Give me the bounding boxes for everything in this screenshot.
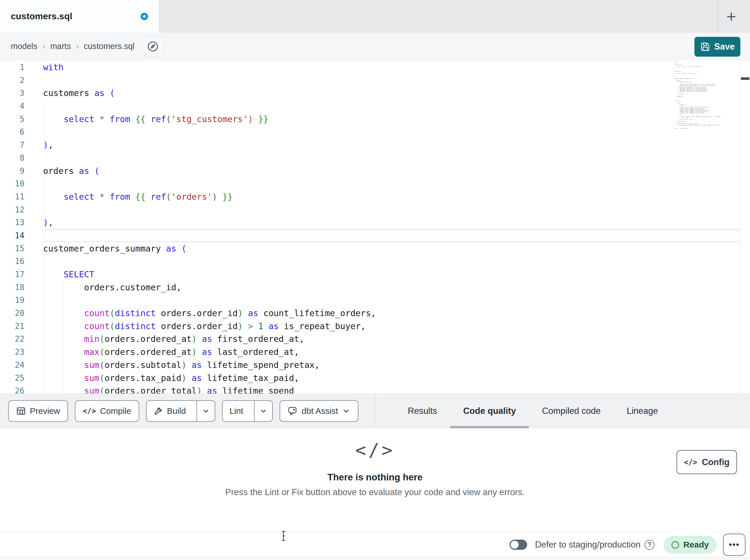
wrench-icon <box>153 406 163 416</box>
code-text <box>24 74 43 87</box>
defer-label: Defer to staging/production <box>535 540 640 550</box>
navigate-button[interactable] <box>143 37 163 56</box>
code-text: customers as ( <box>24 87 115 100</box>
config-label: Config <box>702 457 730 468</box>
config-button[interactable]: </> Config <box>676 450 737 474</box>
lint-dropdown-button[interactable] <box>254 401 272 421</box>
line-number[interactable]: 3 <box>0 87 24 100</box>
code-text <box>24 100 43 113</box>
line-number[interactable]: 20 <box>0 307 24 320</box>
code-line-19[interactable]: 19 <box>0 294 750 307</box>
ready-status-icon <box>671 541 679 549</box>
code-line-13[interactable]: 13), <box>0 216 750 229</box>
chevron-down-icon <box>202 407 210 415</box>
code-line-5[interactable]: 5 select * from {{ ref('stg_customers') … <box>0 113 750 126</box>
build-button[interactable]: Build <box>146 401 193 421</box>
line-number[interactable]: 14 <box>0 229 24 242</box>
code-line-14[interactable]: 14 <box>0 229 750 242</box>
code-text: customer_orders_summary as ( <box>24 242 186 255</box>
code-editor[interactable]: 1with23customers as (45 select * from {{… <box>0 60 750 394</box>
line-number[interactable]: 2 <box>0 74 24 87</box>
line-number[interactable]: 25 <box>0 372 24 385</box>
line-number[interactable]: 10 <box>0 177 24 190</box>
tab-compiled-code[interactable]: Compiled code <box>529 394 614 428</box>
line-number[interactable]: 12 <box>0 203 24 216</box>
line-number[interactable]: 7 <box>0 139 24 151</box>
code-line-20[interactable]: 20 count(distinct orders.order_id) as co… <box>0 307 750 320</box>
line-number[interactable]: 24 <box>0 359 24 372</box>
code-line-12[interactable]: 12 <box>0 203 750 216</box>
code-line-21[interactable]: 21 count(distinct orders.order_id) > 1 a… <box>0 320 750 333</box>
line-number[interactable]: 22 <box>0 333 24 346</box>
chevron-down-icon <box>259 407 268 415</box>
code-line-16[interactable]: 16 <box>0 255 750 268</box>
minimap[interactable]: with customers as ( select * from {{ ref… <box>674 61 740 132</box>
code-line-26[interactable]: 26 sum(orders.order_total) as lifetime_s… <box>0 385 750 394</box>
code-line-1[interactable]: 1with <box>0 61 750 74</box>
line-number[interactable]: 16 <box>0 255 24 268</box>
scrollbar-thumb[interactable] <box>741 77 749 80</box>
breadcrumb-item-customers-sql[interactable]: customers.sql <box>84 42 134 51</box>
empty-state: </> There is nothing here Press the Lint… <box>0 440 750 497</box>
new-tab-button[interactable]: + <box>720 0 743 33</box>
breadcrumb: models›marts›customers.sql <box>11 42 134 51</box>
build-dropdown-button[interactable] <box>197 401 215 421</box>
breadcrumb-item-models[interactable]: models <box>11 42 37 51</box>
code-line-6[interactable]: 6 <box>0 125 750 139</box>
code-line-10[interactable]: 10 <box>0 177 750 190</box>
defer-toggle[interactable] <box>510 540 527 550</box>
line-number[interactable]: 5 <box>0 113 24 126</box>
code-text <box>24 125 43 139</box>
code-line-3[interactable]: 3customers as ( <box>0 87 750 100</box>
code-line-8[interactable]: 8 <box>0 151 750 165</box>
dbt-assist-button[interactable]: dbt Assist <box>280 400 358 422</box>
code-line-15[interactable]: 15customer_orders_summary as ( <box>0 242 750 255</box>
line-number[interactable]: 26 <box>0 385 24 394</box>
chevron-down-icon <box>342 407 351 415</box>
line-number[interactable]: 13 <box>0 216 24 229</box>
code-line-4[interactable]: 4 <box>0 100 750 113</box>
code-line-18[interactable]: 18 orders.customer_id, <box>0 281 750 294</box>
lint-button[interactable]: Lint <box>222 401 250 421</box>
code-text: select * from {{ ref('stg_customers') }} <box>24 113 269 126</box>
preview-button[interactable]: Preview <box>8 400 68 422</box>
text-cursor-icon <box>279 530 289 542</box>
line-number[interactable]: 19 <box>0 294 24 307</box>
tab-lineage[interactable]: Lineage <box>614 394 671 428</box>
compile-label: Compile <box>100 406 131 416</box>
code-line-22[interactable]: 22 min(orders.ordered_at) as first_order… <box>0 333 750 346</box>
line-number[interactable]: 23 <box>0 346 24 359</box>
more-options-button[interactable]: ••• <box>723 534 746 556</box>
code-icon: </> <box>684 458 697 466</box>
empty-state-subtitle: Press the Lint or Fix button above to ev… <box>0 487 750 497</box>
line-number[interactable]: 8 <box>0 151 24 165</box>
line-number[interactable]: 1 <box>0 61 24 74</box>
save-button[interactable]: Save <box>694 37 741 57</box>
file-tab-customers-sql[interactable]: customers.sql <box>0 0 159 33</box>
code-text: sum(orders.tax_paid) as lifetime_tax_pai… <box>24 372 299 385</box>
code-line-23[interactable]: 23 max(orders.ordered_at) as last_ordere… <box>0 346 750 359</box>
line-number[interactable]: 11 <box>0 190 24 203</box>
compile-button[interactable]: </> Compile <box>75 400 139 422</box>
breadcrumb-item-marts[interactable]: marts <box>50 42 71 51</box>
line-number[interactable]: 9 <box>0 165 24 178</box>
code-line-11[interactable]: 11 select * from {{ ref('orders') }} <box>0 190 750 203</box>
code-line-2[interactable]: 2 <box>0 74 750 87</box>
code-line-9[interactable]: 9orders as ( <box>0 165 750 178</box>
code-line-25[interactable]: 25 sum(orders.tax_paid) as lifetime_tax_… <box>0 372 750 385</box>
code-line-7[interactable]: 7), <box>0 139 750 151</box>
line-number[interactable]: 17 <box>0 268 24 281</box>
code-line-17[interactable]: 17 SELECT <box>0 268 750 281</box>
line-number[interactable]: 18 <box>0 281 24 294</box>
tab-results[interactable]: Results <box>395 394 450 428</box>
help-icon[interactable]: ? <box>645 540 654 550</box>
tab-code-quality[interactable]: Code quality <box>450 394 529 428</box>
line-number[interactable]: 6 <box>0 125 24 139</box>
code-line-24[interactable]: 24 sum(orders.subtotal) as lifetime_spen… <box>0 359 750 372</box>
save-label: Save <box>714 42 735 52</box>
breadcrumb-separator: › <box>42 42 45 51</box>
line-number[interactable]: 15 <box>0 242 24 255</box>
code-text: min(orders.ordered_at) as first_ordered_… <box>24 333 304 346</box>
line-number[interactable]: 21 <box>0 320 24 333</box>
line-number[interactable]: 4 <box>0 100 24 113</box>
